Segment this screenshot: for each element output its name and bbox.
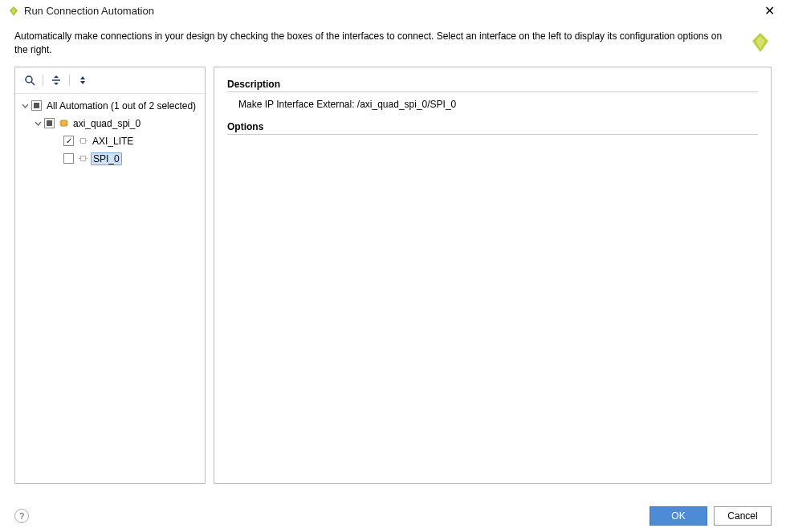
details-panel: Description Make IP Interface External: … [214, 67, 772, 484]
tree-label: All Automation (1 out of 2 selected) [45, 100, 198, 112]
svg-marker-5 [80, 76, 85, 79]
tree-row-ip-block[interactable]: axi_quad_spi_0 [20, 115, 200, 132]
checkbox-axi-lite[interactable] [63, 136, 74, 146]
cancel-button[interactable]: Cancel [714, 506, 772, 526]
help-button[interactable]: ? [14, 509, 29, 523]
toolbar-separator [69, 75, 70, 86]
svg-marker-4 [54, 83, 59, 85]
collapse-all-button[interactable] [48, 72, 64, 88]
checkbox-all-automation[interactable] [31, 100, 42, 111]
title-bar: Run Connection Automation [0, 0, 786, 20]
bus-interface-icon [77, 153, 88, 164]
header-area: Automatically make connections in your d… [0, 20, 786, 67]
tree-row-interface-axi-lite[interactable]: AXI_LITE [20, 132, 200, 150]
checkbox-ip-block[interactable] [44, 118, 55, 128]
ip-block-icon [58, 118, 69, 129]
tree-label: SPI_0 [91, 152, 122, 165]
tree-toolbar [15, 67, 205, 94]
dialog-footer: ? OK Cancel [0, 506, 786, 526]
svg-line-1 [31, 82, 35, 85]
expand-all-button[interactable] [75, 72, 91, 88]
options-heading: Options [227, 121, 758, 135]
tree-panel: All Automation (1 out of 2 selected) axi… [14, 67, 206, 484]
description-text: Make IP Interface External: /axi_quad_sp… [227, 99, 758, 121]
svg-rect-15 [80, 156, 85, 161]
header-instructions: Automatically make connections in your d… [14, 30, 749, 57]
svg-rect-7 [61, 120, 67, 126]
tree-label: axi_quad_spi_0 [71, 118, 142, 129]
tree-row-interface-spi-0[interactable]: SPI_0 [20, 150, 200, 168]
checkbox-spi-0[interactable] [63, 153, 74, 164]
svg-marker-3 [54, 75, 59, 78]
automation-tree: All Automation (1 out of 2 selected) axi… [15, 94, 205, 171]
ok-button[interactable]: OK [650, 506, 707, 526]
tree-row-all-automation[interactable]: All Automation (1 out of 2 selected) [20, 97, 200, 115]
vendor-logo [749, 31, 772, 54]
expand-toggle-icon[interactable] [33, 120, 43, 127]
expand-toggle-icon[interactable] [20, 102, 30, 109]
app-icon [8, 6, 19, 17]
main-panels: All Automation (1 out of 2 selected) axi… [0, 67, 786, 484]
toolbar-separator [43, 75, 43, 86]
tree-label: AXI_LITE [91, 136, 135, 147]
svg-marker-6 [80, 81, 85, 84]
svg-point-0 [26, 76, 32, 83]
search-button[interactable] [22, 72, 38, 88]
close-button[interactable]: ✕ [760, 3, 780, 19]
window-title: Run Connection Automation [24, 5, 154, 17]
bus-interface-icon [77, 136, 88, 147]
description-heading: Description [227, 79, 758, 92]
svg-rect-12 [80, 139, 85, 144]
